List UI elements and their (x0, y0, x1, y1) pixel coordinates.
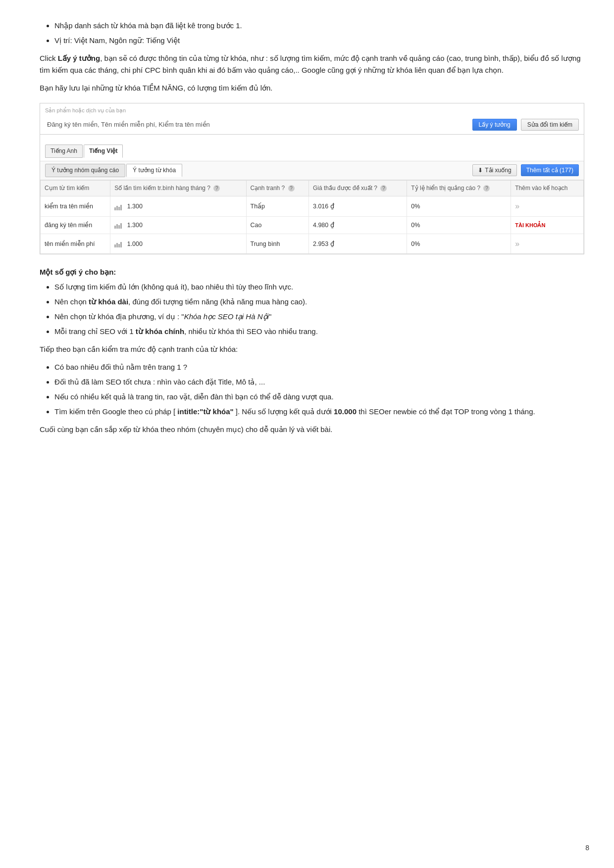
th-impression: Tỷ lệ hiển thị quảng cáo ? ? (407, 180, 511, 196)
svg-rect-0 (114, 207, 116, 210)
canh-tranh-bullet-list: Có bao nhiêu đối thủ nằm trên trang 1 ? … (40, 361, 584, 418)
svg-rect-9 (116, 243, 118, 247)
th-competition-question[interactable]: ? (288, 185, 295, 192)
td-action-1[interactable]: TÀI KHOẢN (511, 216, 584, 234)
goi-y-1: Số lượng tìm kiếm đủ lớn (không quá ít),… (54, 281, 584, 293)
td-impression-0: 0% (407, 196, 511, 217)
th-keyword: Cụm từ tìm kiếm (41, 180, 110, 196)
td-bid-1: 4.980 ₫ (308, 216, 407, 234)
kt-placeholder-label: Sản phẩm hoặc dịch vụ của bạn (40, 103, 584, 115)
svg-rect-6 (118, 225, 120, 229)
kt-download-btn[interactable]: ⬇ Tải xuống (472, 164, 516, 176)
kt-search-input[interactable] (45, 120, 468, 129)
intro-bullet-2: Vị trí: Việt Nam, Ngôn ngữ: Tiếng Việt (54, 35, 584, 47)
td-action-2[interactable]: » (511, 234, 584, 254)
table-header-row: Cụm từ tìm kiếm Số lần tìm kiếm tr.bình … (41, 180, 584, 196)
td-action-0[interactable]: » (511, 196, 584, 217)
svg-rect-2 (118, 207, 120, 210)
keyword-table: Cụm từ tìm kiếm Số lần tìm kiếm tr.bình … (40, 180, 584, 254)
ct-4: Tìm kiếm trên Google theo cú pháp [ inti… (54, 406, 584, 418)
goi-y-2: Nên chọn từ khóa dài, đúng đối tượng tiề… (54, 296, 584, 308)
svg-rect-5 (116, 224, 118, 229)
kt-lang-tabs: Tiếng Anh Tiếng Việt (40, 142, 584, 161)
kt-view-tab-1[interactable]: Ý tưởng từ khóa (126, 164, 182, 177)
keyword-tool-mockup: Sản phẩm hoặc dịch vụ của bạn Lấy ý tưởn… (40, 103, 584, 254)
td-impression-2: 0% (407, 234, 511, 254)
paragraph-1: Click Lấy ý tưởng, bạn sẽ có được thông … (40, 52, 584, 76)
para1-bold: Lấy ý tưởng (58, 54, 101, 62)
kt-view-tab-0[interactable]: Ý tưởng nhóm quảng cáo (45, 164, 125, 177)
table-row: đăng ký tên miền 1.300Cao4.980 ₫0%TÀI KH… (41, 216, 584, 234)
td-bid-2: 2.953 ₫ (308, 234, 407, 254)
svg-rect-7 (120, 223, 122, 229)
svg-rect-3 (120, 205, 122, 210)
svg-rect-4 (114, 226, 116, 229)
intro-bullet-1: Nhập danh sách từ khóa mà bạn đã liệt kê… (54, 20, 584, 32)
kt-lang-tab-1[interactable]: Tiếng Việt (84, 145, 123, 158)
kt-action-row: Ý tưởng nhóm quảng cáo Ý tưởng từ khóa ⬇… (40, 161, 584, 180)
td-volume-2: 1.000 (110, 234, 246, 254)
th-volume: Số lần tìm kiếm tr.bình hàng tháng ? ? (110, 180, 246, 196)
td-keyword-1: đăng ký tên miền (41, 216, 110, 234)
goi-y-bullet-list: Số lượng tìm kiếm đủ lớn (không quá ít),… (40, 281, 584, 338)
kt-btn-sua-doi[interactable]: Sửa đổi tìm kiếm (521, 119, 579, 131)
svg-rect-10 (118, 244, 120, 247)
svg-rect-1 (116, 206, 118, 210)
th-bid: Giá thầu được đề xuất ? ? (308, 180, 407, 196)
ct-2: Đối thủ đã làm SEO tốt chưa : nhìn vào c… (54, 376, 584, 388)
para1-after: , bạn sẽ có được thông tin của từng từ k… (40, 54, 581, 74)
goi-y-3: Nên chọn từ khóa địa phương, ví dụ : "Kh… (54, 311, 584, 323)
table-row: tên miền miễn phí 1.000Trung bình2.953 ₫… (41, 234, 584, 254)
td-bid-0: 3.016 ₫ (308, 196, 407, 217)
table-row: kiểm tra tên miền 1.300Thấp3.016 ₫0%» (41, 196, 584, 217)
kt-download-label: Tải xuống (485, 167, 511, 174)
td-competition-1: Cao (246, 216, 308, 234)
td-keyword-2: tên miền miễn phí (41, 234, 110, 254)
download-icon: ⬇ (478, 167, 483, 174)
svg-rect-11 (120, 242, 122, 247)
td-competition-0: Thấp (246, 196, 308, 217)
td-volume-1: 1.300 (110, 216, 246, 234)
paragraph-tiep-theo: Tiếp theo bạn cần kiểm tra mức độ cạnh t… (40, 343, 584, 355)
kt-action-right: ⬇ Tải xuống Thêm tất cả (177) (472, 164, 579, 176)
td-competition-2: Trung bình (246, 234, 308, 254)
kt-btn-lay-y-tuong[interactable]: Lấy ý tưởng (472, 119, 517, 131)
th-volume-question[interactable]: ? (213, 185, 220, 192)
kt-top-bar: Lấy ý tưởng Sửa đổi tìm kiếm (40, 115, 584, 135)
th-competition: Cạnh tranh ? ? (246, 180, 308, 196)
td-impression-1: 0% (407, 216, 511, 234)
para1-before: Click (40, 54, 58, 62)
th-impression-question[interactable]: ? (483, 185, 490, 192)
kt-add-all-btn[interactable]: Thêm tất cả (177) (521, 164, 579, 176)
intro-bullet-list: Nhập danh sách từ khóa mà bạn đã liệt kê… (40, 20, 584, 47)
th-add: Thêm vào kế hoạch (511, 180, 584, 196)
paragraph-2: Bạn hãy lưu lại những từ khóa TIỀM NĂNG,… (40, 82, 584, 94)
kt-view-tabs: Ý tưởng nhóm quảng cáo Ý tưởng từ khóa (45, 164, 183, 177)
ct-3: Nếu có nhiều kết quả là trang tin, rao v… (54, 391, 584, 403)
paragraph-cuoi: Cuối cùng bạn cần sắp xếp từ khóa theo n… (40, 424, 584, 435)
svg-rect-8 (114, 244, 116, 247)
td-volume-0: 1.300 (110, 196, 246, 217)
ct-1: Có bao nhiêu đối thủ nằm trên trang 1 ? (54, 361, 584, 373)
section-heading-goi-y: Một số gợi ý cho bạn: (40, 266, 584, 278)
th-bid-question[interactable]: ? (380, 185, 387, 192)
goi-y-4: Mỗi trang chỉ SEO với 1 từ khóa chính, n… (54, 326, 584, 338)
kt-lang-tab-0[interactable]: Tiếng Anh (45, 145, 83, 158)
td-keyword-0: kiểm tra tên miền (41, 196, 110, 217)
